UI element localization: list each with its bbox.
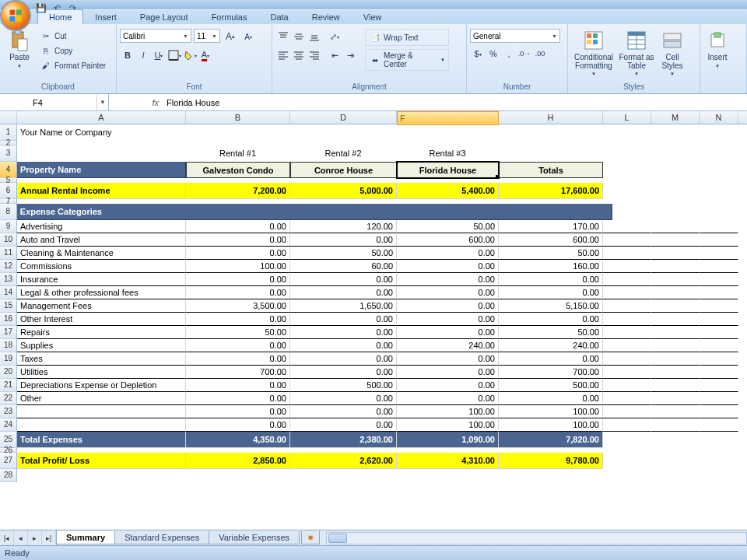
column-headers[interactable]: A B D F H L M N — [0, 111, 747, 124]
table-row[interactable]: 11Cleaning & Maintenance0.0050.000.0050.… — [0, 247, 747, 260]
select-all-corner[interactable] — [0, 111, 17, 124]
svg-rect-32 — [593, 33, 598, 38]
svg-rect-33 — [587, 40, 591, 44]
border-button[interactable]: ▾ — [167, 47, 182, 63]
svg-rect-1 — [16, 10, 22, 16]
tab-view[interactable]: View — [352, 9, 394, 24]
undo-icon[interactable]: ↶ — [51, 2, 63, 14]
sheet-tab-summary[interactable]: Summary — [56, 531, 115, 544]
next-sheet-button[interactable]: ▸ — [28, 530, 42, 545]
svg-rect-43 — [714, 33, 721, 37]
fx-icon[interactable]: fx — [109, 98, 163, 107]
decrease-decimal-button[interactable]: .00 — [532, 46, 548, 61]
redo-icon[interactable]: ↷ — [66, 2, 79, 14]
comma-button[interactable]: , — [501, 46, 517, 61]
svg-rect-3 — [16, 16, 22, 22]
formula-input[interactable]: Florida House — [163, 98, 747, 107]
wrap-icon: 📑 — [369, 31, 381, 44]
table-row[interactable]: 12Commissions100.0060.000.00160.00 — [0, 260, 747, 273]
tab-formulas[interactable]: Formulas — [200, 9, 259, 24]
table-row[interactable]: 240.000.00100.00100.00 — [0, 418, 747, 432]
align-bottom-button[interactable] — [307, 29, 322, 44]
tab-insert[interactable]: Insert — [83, 9, 128, 24]
table-row[interactable]: 13Insurance0.000.000.000.00 — [0, 273, 747, 286]
orientation-button[interactable]: ⤢▾ — [327, 29, 342, 44]
align-left-button[interactable] — [275, 47, 291, 63]
table-row[interactable]: 9Advertising0.00120.0050.00170.00 — [0, 220, 747, 233]
table-row[interactable]: 10Auto and Travel0.000.00600.00600.00 — [0, 233, 747, 247]
svg-rect-40 — [664, 33, 681, 40]
status-bar: Ready — [0, 545, 747, 560]
table-row[interactable]: 22Other0.000.000.000.00 — [0, 392, 747, 405]
align-center-button[interactable] — [291, 47, 307, 63]
increase-indent-button[interactable]: ⇥ — [342, 47, 358, 63]
percent-button[interactable]: % — [486, 46, 501, 61]
svg-rect-2 — [10, 16, 16, 22]
ribbon-tabs: Home Insert Page Layout Formulas Data Re… — [0, 9, 747, 24]
underline-button[interactable]: U▾ — [151, 47, 167, 63]
prev-sheet-button[interactable]: ◂ — [14, 530, 28, 545]
insert-cells-button[interactable]: Insert▼ — [703, 26, 731, 68]
insert-icon — [706, 29, 729, 52]
title-bar — [0, 0, 747, 9]
currency-button[interactable]: $▾ — [470, 46, 486, 61]
font-size-select[interactable]: 11▼ — [194, 29, 220, 43]
cell-styles-button[interactable]: Cell Styles▼ — [657, 26, 688, 76]
first-sheet-button[interactable]: |◂ — [0, 530, 14, 545]
svg-rect-6 — [18, 39, 27, 51]
table-row[interactable]: 15Management Fees3,500.001,650.000.005,1… — [0, 299, 747, 313]
table-row[interactable]: 230.000.00100.00100.00 — [0, 405, 747, 418]
decrease-indent-button[interactable]: ⇤ — [327, 47, 342, 63]
tab-review[interactable]: Review — [300, 9, 352, 24]
last-sheet-button[interactable]: ▸| — [42, 530, 56, 545]
group-font-label: Font — [120, 82, 268, 93]
svg-rect-34 — [593, 40, 598, 44]
italic-button[interactable]: I — [135, 47, 151, 63]
sheet-tab-variable[interactable]: Variable Expenses — [209, 531, 300, 544]
name-box[interactable]: F4▼ — [0, 94, 109, 110]
table-row[interactable]: 21Depreciations Expense or Depletion0.00… — [0, 379, 747, 392]
wrap-text-button[interactable]: 📑Wrap Text — [365, 29, 449, 46]
align-top-button[interactable] — [275, 29, 291, 44]
font-color-button[interactable]: A▾ — [198, 47, 213, 63]
table-row[interactable]: 16Other Interest0.000.000.000.00 — [0, 313, 747, 326]
cell-a1[interactable]: Your Name or Company — [17, 124, 186, 141]
paste-button[interactable]: Paste ▼ — [3, 26, 36, 68]
table-row[interactable]: 17Repairs50.000.000.0050.00 — [0, 326, 747, 339]
copy-button[interactable]: ⎘Copy — [38, 44, 107, 58]
merge-icon: ⬌ — [369, 54, 381, 66]
table-row[interactable]: 19Taxes0.000.000.000.00 — [0, 352, 747, 366]
shrink-font-button[interactable]: A▾ — [240, 29, 256, 44]
office-button[interactable] — [0, 0, 31, 31]
new-sheet-button[interactable]: ✸ — [301, 531, 320, 544]
selected-cell[interactable]: Florida House — [397, 162, 499, 178]
paste-label: Paste — [9, 54, 30, 62]
cell-styles-icon — [661, 29, 684, 52]
cut-button[interactable]: ✂Cut — [38, 29, 107, 43]
worksheet-grid[interactable]: A B D F H L M N 1Your Name or Company 2 … — [0, 111, 747, 482]
bold-button[interactable]: B — [120, 47, 135, 63]
group-clipboard-label: Clipboard — [3, 82, 113, 93]
table-row[interactable]: 18Supplies0.000.00240.00240.00 — [0, 339, 747, 352]
table-row[interactable]: 14Legal & other professional fees0.000.0… — [0, 286, 747, 299]
table-row[interactable]: 20Utilities700.000.000.00700.00 — [0, 366, 747, 379]
horizontal-scrollbar[interactable] — [326, 532, 747, 544]
save-icon[interactable]: 💾 — [35, 2, 47, 14]
svg-rect-7 — [169, 51, 178, 60]
number-format-select[interactable]: General▼ — [470, 29, 560, 43]
format-painter-button[interactable]: 🖌Format Painter — [38, 58, 107, 72]
align-middle-button[interactable] — [291, 29, 307, 44]
grow-font-button[interactable]: A▴ — [223, 29, 238, 44]
brush-icon: 🖌 — [40, 59, 52, 72]
font-name-select[interactable]: Calibri▼ — [120, 29, 191, 43]
paste-icon — [8, 29, 31, 52]
merge-center-button[interactable]: ⬌Merge & Center▼ — [365, 49, 449, 71]
tab-page-layout[interactable]: Page Layout — [128, 9, 200, 24]
increase-decimal-button[interactable]: .0→ — [517, 46, 532, 61]
sheet-tab-standard[interactable]: Standard Expenses — [114, 531, 209, 544]
format-table-button[interactable]: Format as Table▼ — [619, 26, 654, 76]
fill-color-button[interactable]: ▾ — [182, 47, 198, 63]
align-right-button[interactable] — [307, 47, 322, 63]
conditional-formatting-button[interactable]: Conditional Formatting▼ — [571, 26, 616, 76]
tab-data[interactable]: Data — [258, 9, 300, 24]
